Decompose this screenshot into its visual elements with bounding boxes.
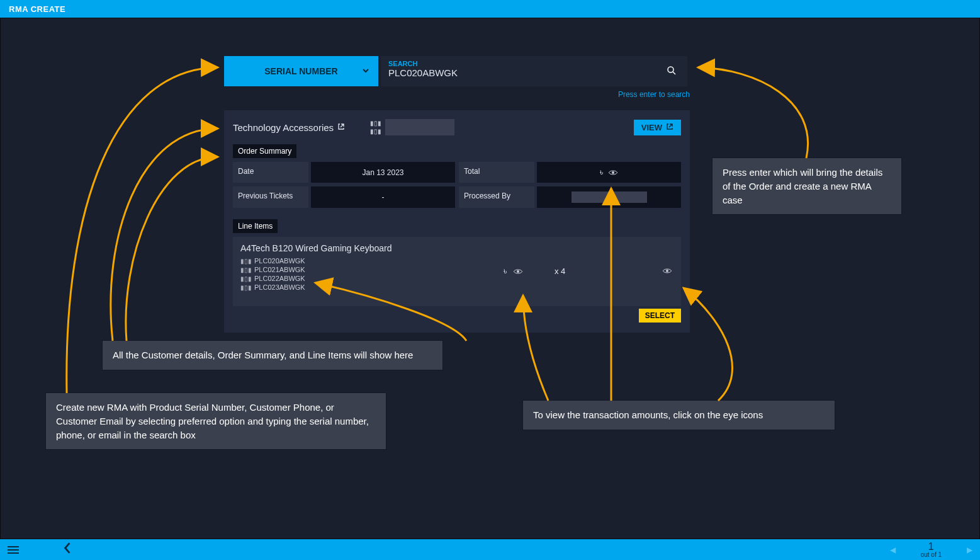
field-total: Total ৳ <box>459 162 681 183</box>
line-item: A4Tech B120 Wired Gaming Keyboard ▮▯▮PLC… <box>233 237 681 306</box>
callout-eye: To view the transaction amounts, click o… <box>523 401 835 430</box>
svg-line-1 <box>673 72 675 74</box>
line-item-price: ৳ x 4 <box>504 266 565 277</box>
total-value: ৳ <box>537 162 681 183</box>
external-link-icon <box>666 123 673 132</box>
serial-row: ▮▯▮PLC020ABWGK <box>240 257 673 265</box>
barcode-icon: ▮▯▮ <box>240 275 252 282</box>
field-date: Date Jan 13 2023 <box>233 162 455 183</box>
field-prev-tickets: Previous Tickets - <box>233 186 455 208</box>
search-icon[interactable] <box>666 65 677 79</box>
search-field-label: SEARCH <box>388 60 680 67</box>
callout-details: All the Customer details, Order Summary,… <box>103 341 442 370</box>
callout-enter: Press enter which will bring the details… <box>712 158 901 214</box>
titlebar: RMA CREATE <box>0 0 980 18</box>
prev-tickets-key: Previous Tickets <box>233 186 308 208</box>
line-items-label: Line Items <box>233 219 278 233</box>
redacted-block <box>572 191 647 203</box>
bottombar: ◀ 1 out of 1 ▶ <box>0 539 980 560</box>
select-button[interactable]: SELECT <box>639 309 681 323</box>
date-key: Date <box>233 162 308 183</box>
page-prev[interactable]: ◀ <box>890 546 896 554</box>
line-item-name: A4Tech B120 Wired Gaming Keyboard <box>240 243 673 253</box>
serial-row: ▮▯▮PLC023ABWGK <box>240 283 673 291</box>
order-panel: Technology Accessories ▮▯▮ ▮▯▮ VIEW <box>224 110 690 333</box>
external-link-icon <box>337 123 345 132</box>
titlebar-title: RMA CREATE <box>9 4 65 14</box>
total-key: Total <box>459 162 534 183</box>
callout-search: Create new RMA with Product Serial Numbe… <box>46 393 386 449</box>
barcode-icon: ▮▯▮ <box>370 128 381 135</box>
order-summary-label: Order Summary <box>233 144 296 158</box>
eye-icon[interactable] <box>513 266 523 277</box>
canvas: SERIAL NUMBER SEARCH PLC020ABWGK Press e… <box>0 18 980 539</box>
currency-symbol: ৳ <box>504 266 507 277</box>
search-input-value: PLC020ABWGK <box>388 67 680 78</box>
svg-point-4 <box>666 270 668 272</box>
search-row: SERIAL NUMBER SEARCH PLC020ABWGK <box>224 56 687 86</box>
currency-symbol: ৳ <box>600 167 603 178</box>
page-next[interactable]: ▶ <box>967 546 972 554</box>
barcode-chip: ▮▯▮ ▮▯▮ <box>370 119 454 135</box>
serial-row: ▮▯▮PLC022ABWGK <box>240 275 673 282</box>
processed-by-key: Processed By <box>459 186 534 208</box>
serial-row: ▮▯▮PLC021ABWGK <box>240 266 673 273</box>
eye-icon[interactable] <box>608 168 618 178</box>
redacted-block <box>385 119 454 135</box>
barcode-icon: ▮▯▮ <box>240 266 252 273</box>
chevron-down-icon <box>362 66 369 76</box>
barcode-icon: ▮▯▮ <box>240 258 252 265</box>
barcode-icon: ▮▯▮ <box>370 120 381 127</box>
eye-icon[interactable] <box>662 266 672 276</box>
prev-tickets-value: - <box>311 186 455 208</box>
serial-list: ▮▯▮PLC020ABWGK ▮▯▮PLC021ABWGK ▮▯▮PLC022A… <box>240 257 673 291</box>
date-value: Jan 13 2023 <box>311 162 455 183</box>
order-summary-grid: Date Jan 13 2023 Total ৳ Previous Ticket… <box>233 162 681 208</box>
line-item-total <box>662 266 672 276</box>
back-button[interactable] <box>63 542 72 557</box>
menu-icon[interactable] <box>8 544 19 556</box>
svg-point-2 <box>612 171 614 174</box>
search-type-dropdown[interactable]: SERIAL NUMBER <box>224 56 378 86</box>
search-hint: Press enter to search <box>224 90 690 99</box>
search-input-wrap[interactable]: SEARCH PLC020ABWGK <box>381 56 687 86</box>
line-item-qty: x 4 <box>555 266 565 276</box>
svg-point-0 <box>668 67 673 72</box>
svg-point-3 <box>517 270 519 273</box>
dropdown-label: SERIAL NUMBER <box>264 66 337 76</box>
view-button[interactable]: VIEW <box>634 120 681 135</box>
company-name[interactable]: Technology Accessories <box>233 122 345 133</box>
page-indicator: 1 out of 1 <box>921 541 942 558</box>
processed-by-value <box>537 186 681 208</box>
field-processed-by: Processed By <box>459 186 681 208</box>
barcode-icon: ▮▯▮ <box>240 284 252 291</box>
